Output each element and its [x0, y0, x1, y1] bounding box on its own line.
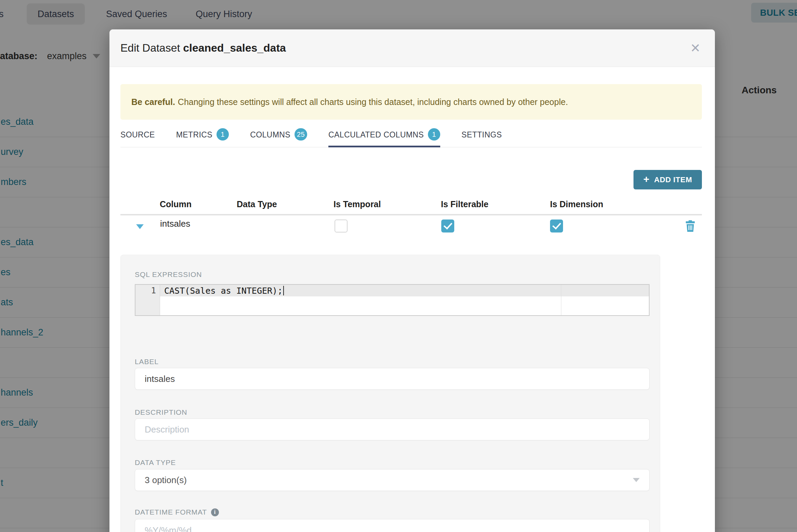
info-icon[interactable]: i — [211, 508, 219, 516]
modal-title-prefix: Edit Dataset — [120, 42, 180, 54]
warning-banner: Be careful.Changing these settings will … — [120, 84, 702, 120]
column-header-is-filterable: Is Filterable — [441, 199, 488, 209]
add-item-label: ADD ITEM — [654, 175, 692, 184]
data-type-value: 3 option(s) — [145, 475, 187, 486]
checkbox-is-dimension[interactable] — [550, 220, 563, 232]
datetime-format-label-text: DATETIME FORMAT — [135, 508, 207, 516]
editor-print-margin — [561, 285, 561, 315]
modal-title: Edit Dataset cleaned_sales_data — [120, 42, 286, 54]
modal-tabbar: SOURCE METRICS 1 COLUMNS 25 CALCULATED C… — [120, 130, 702, 147]
warning-banner-text: Be careful.Changing these settings will … — [131, 97, 568, 107]
calculated-columns-count-badge: 1 — [428, 128, 440, 141]
active-tab-underline — [328, 146, 440, 147]
editor-line-number: 1 — [135, 286, 156, 295]
tab-label: SOURCE — [120, 130, 155, 139]
description-placeholder: Description — [145, 424, 189, 435]
chevron-down-icon — [633, 478, 640, 482]
datetime-format-field-label: DATETIME FORMAT i — [135, 508, 219, 516]
sql-expression-label: SQL EXPRESSION — [135, 270, 202, 279]
datetime-format-placeholder: %Y/%m/%d — [145, 525, 192, 532]
edit-dataset-modal: Edit Dataset cleaned_sales_data ✕ Be car… — [109, 29, 715, 532]
tab-label: SETTINGS — [461, 130, 502, 139]
calculated-column-name: intsales — [160, 218, 190, 229]
warning-bold: Be careful. — [131, 97, 175, 107]
text-cursor — [283, 286, 284, 295]
modal-title-dataset-name: cleaned_sales_data — [183, 42, 286, 54]
checkbox-is-temporal[interactable] — [335, 220, 348, 232]
column-header-data-type: Data Type — [237, 199, 277, 209]
delete-trash-icon[interactable] — [685, 220, 695, 233]
modal-header: Edit Dataset cleaned_sales_data ✕ — [109, 29, 715, 67]
column-header-is-dimension: Is Dimension — [550, 199, 603, 209]
calculated-column-detail-panel: SQL EXPRESSION 1 CAST(Sales as INTEGER);… — [120, 255, 660, 532]
tab-columns[interactable]: COLUMNS 25 — [250, 130, 307, 147]
tab-label: METRICS — [176, 130, 212, 139]
sql-code: CAST(Sales as INTEGER); — [164, 286, 283, 296]
column-header-column: Column — [160, 199, 192, 209]
tab-source[interactable]: SOURCE — [120, 130, 155, 147]
tab-label: COLUMNS — [250, 130, 290, 139]
collapse-caret-icon[interactable] — [136, 224, 144, 229]
label-input[interactable]: intsales — [135, 368, 650, 390]
column-header-is-temporal: Is Temporal — [334, 199, 381, 209]
warning-body: Changing these settings will affect all … — [178, 97, 568, 107]
tab-metrics[interactable]: METRICS 1 — [176, 130, 229, 147]
plus-icon: + — [643, 174, 650, 184]
tab-label: CALCULATED COLUMNS — [328, 130, 424, 139]
description-input[interactable]: Description — [135, 418, 650, 440]
datasets-page: es Datasets Saved Queries Query History … — [0, 0, 797, 532]
table-header-divider — [120, 214, 702, 215]
datetime-format-input[interactable]: %Y/%m/%d — [135, 519, 650, 532]
label-input-value: intsales — [145, 374, 175, 384]
description-field-label: DESCRIPTION — [135, 408, 187, 416]
metrics-count-badge: 1 — [217, 128, 229, 141]
columns-count-badge: 25 — [295, 128, 307, 141]
checkbox-is-filterable[interactable] — [441, 220, 454, 232]
data-type-field-label: DATA TYPE — [135, 458, 176, 467]
sql-expression-editor[interactable]: 1 CAST(Sales as INTEGER); — [135, 284, 650, 316]
tab-settings[interactable]: SETTINGS — [461, 130, 502, 147]
add-item-button[interactable]: + ADD ITEM — [633, 170, 702, 189]
close-icon[interactable]: ✕ — [690, 42, 701, 54]
label-field-label: LABEL — [135, 358, 159, 366]
sql-code-text: CAST(Sales as INTEGER); — [164, 286, 284, 296]
tab-calculated-columns[interactable]: CALCULATED COLUMNS 1 — [328, 130, 440, 147]
data-type-select[interactable]: 3 option(s) — [135, 469, 650, 491]
